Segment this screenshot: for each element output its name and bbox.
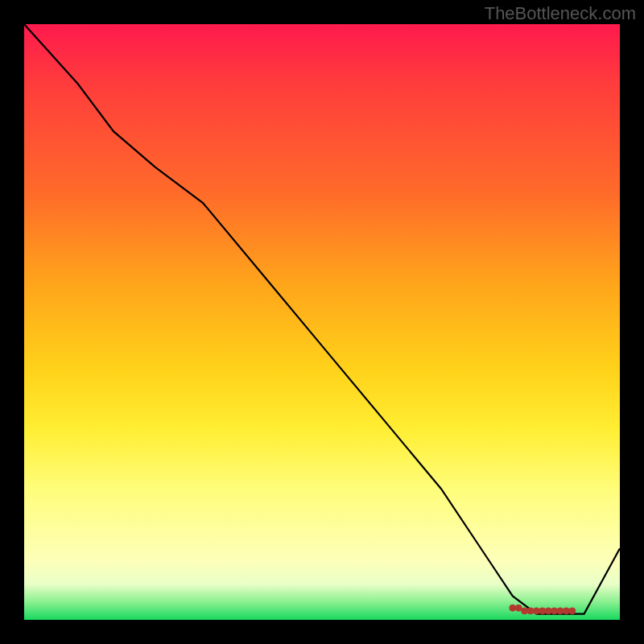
optimal-markers: [510, 605, 576, 614]
optimal-marker: [522, 608, 528, 614]
optimal-marker: [545, 608, 551, 614]
chart-container: TheBottleneck.com: [0, 0, 644, 644]
bottleneck-curve: [24, 24, 620, 614]
optimal-marker: [527, 608, 534, 614]
optimal-marker: [563, 608, 569, 614]
optimal-marker: [515, 605, 522, 611]
plot-area: [24, 24, 620, 620]
optimal-marker: [510, 605, 516, 611]
optimal-marker: [569, 608, 576, 614]
chart-overlay: [24, 24, 620, 620]
attribution-text: TheBottleneck.com: [485, 3, 636, 24]
optimal-marker: [533, 608, 539, 614]
optimal-marker: [551, 608, 558, 614]
optimal-marker: [539, 608, 546, 614]
optimal-marker: [557, 608, 564, 614]
